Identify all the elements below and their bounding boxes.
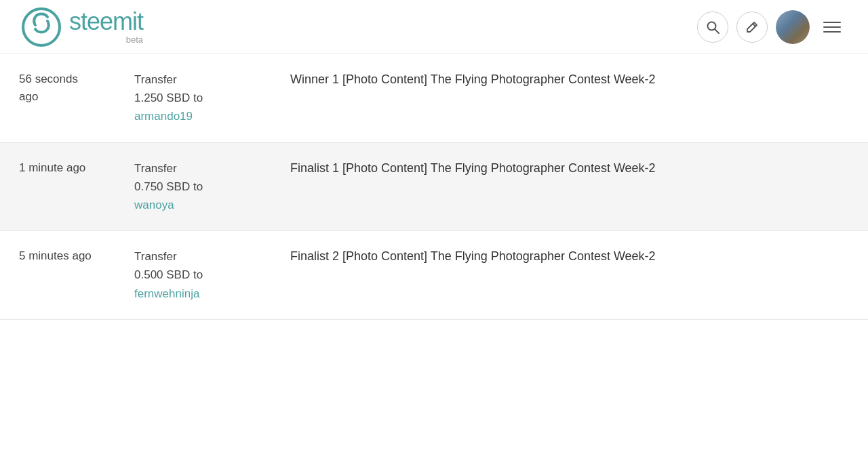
recipient-link[interactable]: fernwehninja bbox=[134, 287, 199, 300]
avatar bbox=[776, 10, 810, 44]
search-button[interactable] bbox=[697, 12, 728, 43]
time-cell: 5 minutes ago bbox=[0, 231, 115, 320]
memo-cell: Finalist 1 [Photo Content] The Flying Ph… bbox=[271, 142, 868, 231]
table-row: 56 seconds ago Transfer1.250 SBD to arma… bbox=[0, 54, 868, 142]
menu-line-3 bbox=[823, 31, 841, 33]
content-area: 56 seconds ago Transfer1.250 SBD to arma… bbox=[0, 54, 868, 320]
header-actions bbox=[697, 10, 846, 44]
transfer-cell: Transfer1.250 SBD to armando19 bbox=[115, 54, 271, 142]
edit-icon bbox=[746, 21, 758, 33]
logo-text: steemit bbox=[69, 9, 143, 34]
svg-line-2 bbox=[715, 29, 719, 33]
recipient-link[interactable]: armando19 bbox=[134, 110, 193, 123]
transfer-cell: Transfer0.500 SBD to fernwehninja bbox=[115, 231, 271, 320]
transfer-cell: Transfer0.750 SBD to wanoya bbox=[115, 142, 271, 231]
search-icon bbox=[706, 20, 719, 34]
logo-area: steemit beta bbox=[22, 7, 143, 47]
table-row: 1 minute ago Transfer0.750 SBD to wanoya… bbox=[0, 142, 868, 231]
memo-cell: Finalist 2 [Photo Content] The Flying Ph… bbox=[271, 231, 868, 320]
menu-line-1 bbox=[823, 22, 841, 23]
transactions-table: 56 seconds ago Transfer1.250 SBD to arma… bbox=[0, 54, 868, 320]
menu-button[interactable] bbox=[818, 16, 846, 38]
site-header: steemit beta bbox=[0, 0, 868, 54]
menu-line-2 bbox=[823, 26, 841, 28]
steemit-logo-icon bbox=[22, 7, 61, 47]
memo-cell: Winner 1 [Photo Content] The Flying Phot… bbox=[271, 54, 868, 142]
avatar-button[interactable] bbox=[776, 10, 810, 44]
recipient-link[interactable]: wanoya bbox=[134, 199, 174, 211]
edit-button[interactable] bbox=[736, 12, 768, 43]
logo-beta: beta bbox=[69, 35, 143, 44]
logo-text-wrap: steemit beta bbox=[69, 9, 143, 44]
table-row: 5 minutes ago Transfer0.500 SBD to fernw… bbox=[0, 231, 868, 320]
time-cell: 56 seconds ago bbox=[0, 54, 115, 142]
time-cell: 1 minute ago bbox=[0, 142, 115, 231]
